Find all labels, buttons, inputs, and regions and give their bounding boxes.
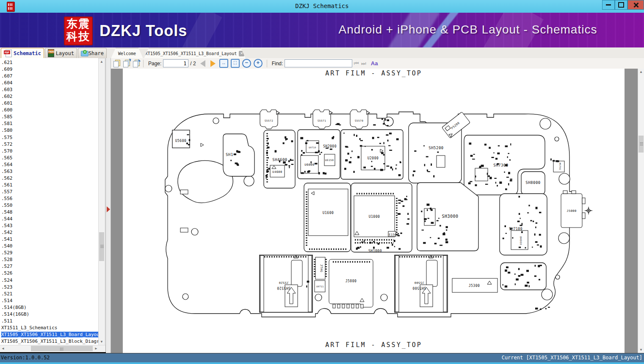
list-item[interactable]: .561 bbox=[0, 182, 98, 189]
list-item[interactable]: .511 bbox=[0, 318, 98, 325]
list-item[interactable]: XT1511_L3_Schematics bbox=[0, 325, 98, 331]
list-item[interactable]: .529 bbox=[0, 250, 98, 256]
viewer-vertical-scrollbar[interactable]: ▲ ▼ bbox=[638, 69, 644, 353]
sidebar-horizontal-scrollbar[interactable]: ◄ ► bbox=[0, 345, 105, 352]
svg-text:SH3000: SH3000 bbox=[442, 214, 458, 219]
svg-text:J5500: J5500 bbox=[414, 281, 424, 284]
svg-text:U2000: U2000 bbox=[368, 156, 379, 160]
fit-width-button[interactable]: ↔ bbox=[219, 59, 228, 68]
scroll-down-icon[interactable]: ▼ bbox=[638, 347, 644, 353]
svg-text:U1000: U1000 bbox=[369, 215, 380, 219]
list-item[interactable]: .544 bbox=[0, 216, 98, 222]
zoom-in-button[interactable]: + bbox=[254, 59, 263, 68]
toolbar-separator bbox=[143, 60, 144, 67]
list-item[interactable]: .621 bbox=[0, 59, 98, 66]
pdf-toolbar: Page: / 2 ↔ ⛶ − + Find: ⏮ ⏭ Aa bbox=[111, 58, 644, 69]
scrollbar-thumb[interactable] bbox=[638, 136, 644, 153]
list-item[interactable]: .527 bbox=[0, 263, 98, 270]
scroll-down-icon[interactable]: ▼ bbox=[99, 339, 105, 345]
scroll-right-icon[interactable]: ► bbox=[93, 345, 99, 352]
list-item[interactable]: .541 bbox=[0, 236, 98, 243]
doc-tab-welcome-label: Welcome bbox=[118, 51, 136, 56]
list-item[interactable]: .523 bbox=[0, 284, 98, 291]
tab-layout-label: Layout bbox=[56, 50, 74, 56]
list-item[interactable]: XT1505_XT1506_XT1511_L3_Block_Diagram bbox=[0, 338, 98, 345]
sidebar-list: .621.609.607.604.603.602.601.600.585.581… bbox=[0, 59, 98, 346]
list-item[interactable]: .521 bbox=[0, 291, 98, 297]
doc-tab-board-layout[interactable]: XT1505_XT1506_XT1511_L3_Board_Layout ✕ bbox=[144, 48, 246, 58]
svg-text:J5800: J5800 bbox=[345, 279, 357, 283]
minimize-button[interactable] bbox=[602, 0, 615, 10]
list-item[interactable]: .557 bbox=[0, 189, 98, 195]
page-number-input[interactable] bbox=[163, 59, 188, 67]
list-item[interactable]: .575 bbox=[0, 134, 98, 141]
list-item[interactable]: .603 bbox=[0, 86, 98, 93]
list-item[interactable]: .514(8GB) bbox=[0, 304, 98, 311]
list-item[interactable]: .565 bbox=[0, 155, 98, 161]
copy-page-icon[interactable] bbox=[113, 60, 121, 67]
list-item[interactable]: .585 bbox=[0, 114, 98, 120]
list-item[interactable]: .526 bbox=[0, 270, 98, 277]
list-item[interactable]: .542 bbox=[0, 229, 98, 236]
list-item[interactable]: .564 bbox=[0, 161, 98, 168]
list-item[interactable]: .609 bbox=[0, 66, 98, 73]
sidebar-vertical-scrollbar[interactable]: ▲ ▼ bbox=[98, 58, 105, 345]
find-input[interactable] bbox=[285, 59, 352, 67]
tab-share[interactable]: + Share bbox=[78, 48, 107, 58]
svg-text:SH4600: SH4600 bbox=[272, 158, 287, 162]
list-item[interactable]: .572 bbox=[0, 141, 98, 148]
svg-text:J5000: J5000 bbox=[567, 209, 577, 213]
scroll-up-icon[interactable]: ▲ bbox=[99, 58, 105, 65]
tab-close-icon[interactable]: ✕ bbox=[239, 51, 244, 56]
svg-text:J5300: J5300 bbox=[469, 284, 480, 288]
doc-tab-welcome[interactable]: Welcome bbox=[111, 48, 143, 58]
list-item[interactable]: .604 bbox=[0, 80, 98, 86]
match-case-icon[interactable]: Aa bbox=[371, 60, 378, 67]
list-item[interactable]: .563 bbox=[0, 168, 98, 175]
close-button[interactable] bbox=[627, 0, 644, 10]
maximize-button[interactable] bbox=[615, 0, 627, 10]
svg-text:SH5520: SH5520 bbox=[277, 286, 290, 290]
list-item[interactable]: .562 bbox=[0, 175, 98, 182]
list-item[interactable]: .602 bbox=[0, 93, 98, 100]
tab-schematic[interactable]: PDF Schematic bbox=[1, 48, 44, 58]
find-previous-icon[interactable]: ⏮ bbox=[354, 60, 359, 67]
list-item[interactable]: .528 bbox=[0, 256, 98, 263]
list-item[interactable]: .600 bbox=[0, 107, 98, 114]
list-item[interactable]: .543 bbox=[0, 222, 98, 229]
zoom-out-button[interactable]: − bbox=[242, 59, 251, 68]
list-item[interactable]: .581 bbox=[0, 120, 98, 127]
tab-layout[interactable]: PADS Layout bbox=[45, 48, 77, 58]
list-item[interactable]: .580 bbox=[0, 127, 98, 134]
scrollbar-thumb[interactable] bbox=[99, 232, 104, 261]
splitter-collapse-icon[interactable] bbox=[107, 206, 110, 212]
list-item[interactable]: .524 bbox=[0, 277, 98, 284]
svg-text:U6150: U6150 bbox=[325, 158, 334, 161]
toolbar-separator bbox=[267, 60, 267, 67]
list-item[interactable]: .607 bbox=[0, 73, 98, 80]
next-view-icon[interactable] bbox=[133, 60, 140, 67]
prev-view-icon[interactable] bbox=[123, 60, 130, 67]
panel-splitter[interactable] bbox=[106, 58, 111, 353]
scroll-left-icon[interactable]: ◄ bbox=[0, 345, 6, 352]
next-page-button[interactable] bbox=[210, 60, 216, 67]
list-item[interactable]: .570 bbox=[0, 148, 98, 155]
list-item[interactable]: .548 bbox=[0, 209, 98, 216]
scroll-up-icon[interactable]: ▲ bbox=[638, 69, 644, 75]
previous-page-button[interactable] bbox=[200, 60, 205, 67]
list-item[interactable]: .550 bbox=[0, 202, 98, 209]
scrollbar-thumb[interactable] bbox=[31, 346, 93, 351]
list-item[interactable]: .540 bbox=[0, 243, 98, 250]
find-next-icon[interactable]: ⏭ bbox=[361, 60, 366, 67]
fit-page-button[interactable]: ⛶ bbox=[231, 59, 240, 68]
list-item[interactable]: XT1505_XT1506_XT1511_L3_Board_Layout bbox=[0, 331, 98, 338]
list-item[interactable]: .514 bbox=[0, 297, 98, 304]
svg-text:E1500: E1500 bbox=[389, 233, 399, 236]
svg-text:SH7300: SH7300 bbox=[493, 163, 509, 167]
current-document-text: Current [XT1505_XT1506_XT1511_L3_Board_L… bbox=[502, 355, 642, 361]
svg-text:S5570: S5570 bbox=[355, 119, 364, 122]
list-item[interactable]: .601 bbox=[0, 100, 98, 107]
app-banner: 东震 科技 DZKJ Tools Android + iPhone & PCB … bbox=[0, 13, 644, 47]
list-item[interactable]: .556 bbox=[0, 195, 98, 202]
list-item[interactable]: .514(16GB) bbox=[0, 311, 98, 318]
